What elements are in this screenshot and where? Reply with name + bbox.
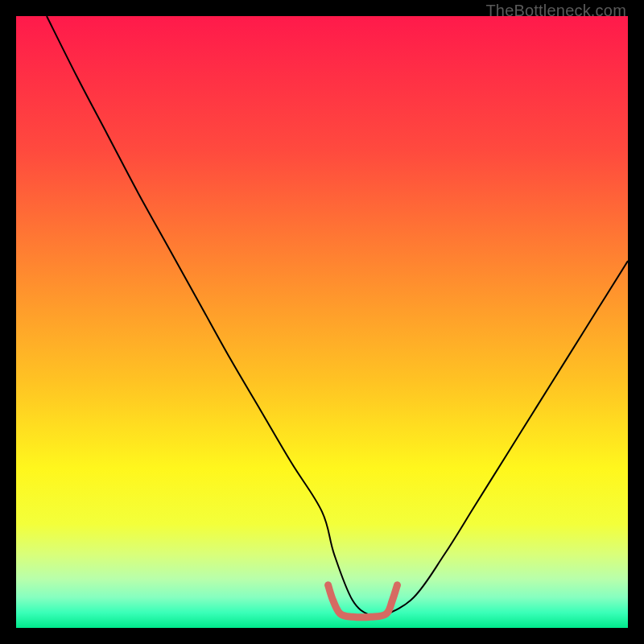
chart-plot-area bbox=[16, 16, 628, 628]
watermark-label: TheBottleneck.com bbox=[485, 2, 626, 20]
chart-frame: TheBottleneck.com bbox=[0, 0, 644, 644]
chart-svg bbox=[16, 16, 628, 628]
chart-background bbox=[16, 16, 628, 628]
